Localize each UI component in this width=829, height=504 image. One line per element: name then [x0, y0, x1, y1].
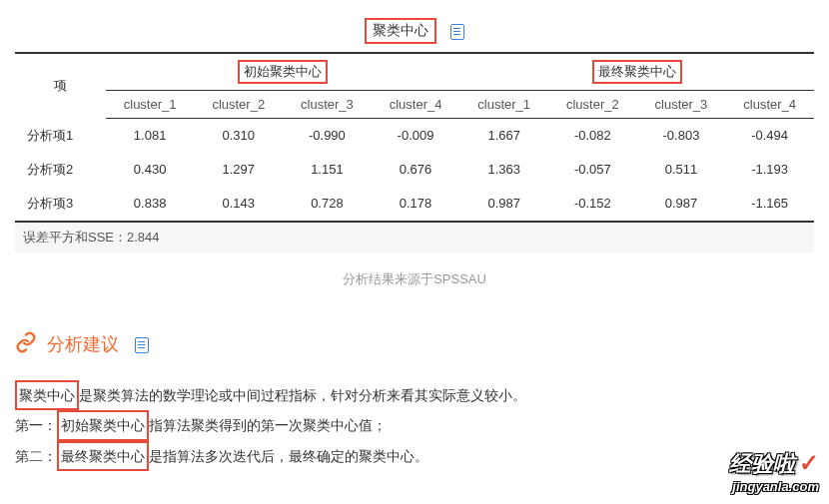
cell: 0.676: [372, 153, 460, 187]
advice-title: 分析建议: [47, 332, 119, 356]
advice-text: 是聚类算法的数学理论或中间过程指标，针对分析来看其实际意义较小。: [79, 387, 526, 403]
cell: -1.165: [725, 187, 814, 222]
cell: -0.152: [548, 187, 637, 222]
doc-icon[interactable]: [450, 23, 464, 40]
header-sub-row: cluster_1 cluster_2 cluster_3 cluster_4 …: [15, 91, 814, 119]
doc-icon[interactable]: [135, 335, 149, 352]
cell: -0.057: [548, 153, 637, 187]
check-icon: ✓: [799, 449, 819, 476]
header-group-row: 项 初始聚类中心 最终聚类中心: [15, 53, 814, 91]
sub-header: cluster_1: [459, 91, 548, 119]
cell: 0.178: [372, 187, 460, 222]
cell: 1.081: [106, 119, 195, 153]
sub-header: cluster_4: [725, 91, 814, 119]
advice-text: 指算法聚类得到的第一次聚类中心值；: [149, 417, 387, 433]
advice-line-2: 第一：初始聚类中心指算法聚类得到的第一次聚类中心值；: [15, 410, 814, 441]
cell: -0.494: [725, 119, 814, 153]
sub-header: cluster_3: [283, 91, 372, 119]
group-initial-label: 初始聚类中心: [238, 60, 328, 84]
row-header: 项: [15, 53, 106, 119]
advice-prefix: 第二：: [15, 448, 57, 464]
cell: 0.511: [637, 153, 726, 187]
advice-line-3: 第二：最终聚类中心是指算法多次迭代后，最终确定的聚类中心。: [15, 441, 814, 472]
advice-title-row: 分析建议: [15, 331, 814, 358]
highlight-cluster-center: 聚类中心: [15, 380, 79, 411]
watermark: 经验啦✓ jingyanla.com: [729, 449, 819, 494]
highlight-final: 最终聚类中心: [57, 441, 149, 472]
cluster-table: 项 初始聚类中心 最终聚类中心 cluster_1 cluster_2 clus…: [15, 52, 814, 223]
table-title: 聚类中心: [365, 18, 436, 44]
cell: 0.430: [106, 153, 195, 187]
cell: -0.803: [637, 119, 726, 153]
cell: 0.143: [194, 187, 283, 222]
watermark-main: 经验啦: [729, 449, 795, 479]
row-label: 分析项1: [15, 119, 106, 153]
row-label: 分析项3: [15, 187, 106, 222]
cell: -0.082: [548, 119, 637, 153]
advice-prefix: 第一：: [15, 417, 57, 433]
highlight-initial: 初始聚类中心: [57, 410, 149, 441]
cell: 0.310: [194, 119, 283, 153]
table-row: 分析项3 0.838 0.143 0.728 0.178 0.987 -0.15…: [15, 187, 814, 222]
cell: 0.987: [637, 187, 726, 222]
table-title-row: 聚类中心: [15, 10, 814, 52]
row-label: 分析项2: [15, 153, 106, 187]
group-final: 最终聚类中心: [459, 53, 814, 91]
cell: 1.151: [283, 153, 372, 187]
cell: -0.990: [283, 119, 372, 153]
sub-header: cluster_3: [637, 91, 726, 119]
cell: -0.009: [372, 119, 460, 153]
sub-header: cluster_1: [106, 91, 195, 119]
group-final-label: 最终聚类中心: [592, 60, 682, 84]
watermark-sub: jingyanla.com: [729, 479, 819, 494]
cell: 1.667: [459, 119, 548, 153]
source-text: 分析结果来源于SPSSAU: [15, 252, 814, 306]
cell: -1.193: [725, 153, 814, 187]
advice-section: 分析建议 聚类中心是聚类算法的数学理论或中间过程指标，针对分析来看其实际意义较小…: [15, 331, 814, 472]
link-icon: [15, 331, 37, 358]
table-row: 分析项2 0.430 1.297 1.151 0.676 1.363 -0.05…: [15, 153, 814, 187]
sub-header: cluster_2: [548, 91, 637, 119]
cell: 0.838: [106, 187, 195, 222]
group-initial: 初始聚类中心: [106, 53, 460, 91]
sub-header: cluster_4: [372, 91, 460, 119]
advice-content: 聚类中心是聚类算法的数学理论或中间过程指标，针对分析来看其实际意义较小。 第一：…: [15, 380, 814, 472]
cell: 0.987: [459, 187, 548, 222]
advice-text: 是指算法多次迭代后，最终确定的聚类中心。: [149, 448, 428, 464]
advice-line-1: 聚类中心是聚类算法的数学理论或中间过程指标，针对分析来看其实际意义较小。: [15, 380, 814, 411]
cell: 1.363: [459, 153, 548, 187]
sub-header: cluster_2: [194, 91, 283, 119]
cell: 0.728: [283, 187, 372, 222]
cell: 1.297: [194, 153, 283, 187]
sse-text: 误差平方和SSE：2.844: [15, 223, 814, 252]
table-row: 分析项1 1.081 0.310 -0.990 -0.009 1.667 -0.…: [15, 119, 814, 153]
